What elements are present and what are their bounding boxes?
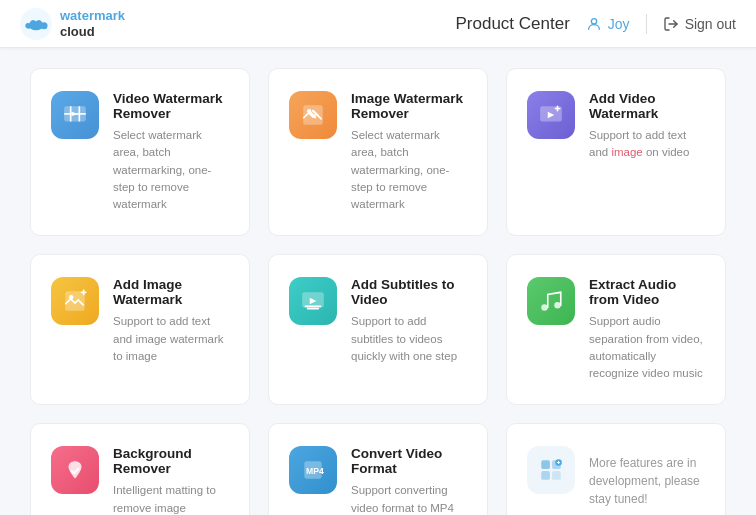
- card-desc: Support converting video format to MP4 f…: [351, 482, 467, 515]
- card-image-watermark-remover[interactable]: Image Watermark Remover Select watermark…: [268, 68, 488, 236]
- sign-out-label: Sign out: [685, 16, 736, 32]
- card-icon-add-image-watermark: [51, 277, 99, 325]
- header-divider: [646, 14, 647, 34]
- card-content-image-watermark-remover: Image Watermark Remover Select watermark…: [351, 91, 467, 213]
- card-content-video-watermark-remover: Video Watermark Remover Select watermark…: [113, 91, 229, 213]
- card-video-watermark-remover[interactable]: Video Watermark Remover Select watermark…: [30, 68, 250, 236]
- svg-point-4: [591, 18, 596, 23]
- card-icon-convert-video: MP4: [289, 446, 337, 494]
- card-desc: Support to add text and image on video: [589, 127, 705, 162]
- card-desc: More features are in development, please…: [589, 454, 705, 508]
- card-icon-add-video-watermark: [527, 91, 575, 139]
- card-title: Add Image Watermark: [113, 277, 229, 307]
- card-background-remover[interactable]: Background Remover Intelligent matting t…: [30, 423, 250, 515]
- card-title: Add Video Watermark: [589, 91, 705, 121]
- card-title: Convert Video Format: [351, 446, 467, 476]
- logo-text: watermark cloud: [60, 8, 125, 39]
- logo: watermark cloud: [20, 8, 125, 40]
- card-desc: Support to add text and image watermark …: [113, 313, 229, 365]
- card-title: Extract Audio from Video: [589, 277, 705, 307]
- card-icon-add-subtitles: [289, 277, 337, 325]
- card-content-background-remover: Background Remover Intelligent matting t…: [113, 446, 229, 515]
- card-desc: Support audio separation from video, aut…: [589, 313, 705, 382]
- card-more-features: More features are in development, please…: [506, 423, 726, 515]
- card-icon-background-remover: [51, 446, 99, 494]
- card-content-add-image-watermark: Add Image Watermark Support to add text …: [113, 277, 229, 365]
- card-icon-image-watermark-remover: [289, 91, 337, 139]
- user-name: Joy: [608, 16, 630, 32]
- card-convert-video[interactable]: MP4 Convert Video Format Support convert…: [268, 423, 488, 515]
- svg-text:MP4: MP4: [306, 467, 324, 477]
- card-title: Video Watermark Remover: [113, 91, 229, 121]
- sign-out-icon: [663, 16, 679, 32]
- card-content-convert-video: Convert Video Format Support converting …: [351, 446, 467, 515]
- sign-out-button[interactable]: Sign out: [663, 16, 736, 32]
- card-desc: Select watermark area, batch watermarkin…: [113, 127, 229, 213]
- card-content-add-video-watermark: Add Video Watermark Support to add text …: [589, 91, 705, 162]
- card-content-more-features: More features are in development, please…: [589, 446, 705, 508]
- user-icon: [586, 16, 602, 32]
- card-add-video-watermark[interactable]: Add Video Watermark Support to add text …: [506, 68, 726, 236]
- card-title: Image Watermark Remover: [351, 91, 467, 121]
- svg-rect-17: [541, 461, 550, 470]
- logo-icon: [20, 8, 52, 40]
- svg-rect-20: [552, 471, 561, 480]
- card-title: Background Remover: [113, 446, 229, 476]
- svg-point-14: [554, 302, 561, 309]
- card-icon-video-watermark-remover: [51, 91, 99, 139]
- card-desc: Support to add subtitles to videos quick…: [351, 313, 467, 365]
- svg-point-13: [541, 305, 548, 312]
- product-grid: Video Watermark Remover Select watermark…: [30, 68, 726, 515]
- card-icon-more-features: [527, 446, 575, 494]
- user-menu[interactable]: Joy: [586, 16, 630, 32]
- card-add-image-watermark[interactable]: Add Image Watermark Support to add text …: [30, 254, 250, 405]
- card-add-subtitles[interactable]: Add Subtitles to Video Support to add su…: [268, 254, 488, 405]
- card-content-extract-audio: Extract Audio from Video Support audio s…: [589, 277, 705, 382]
- card-extract-audio[interactable]: Extract Audio from Video Support audio s…: [506, 254, 726, 405]
- card-icon-extract-audio: [527, 277, 575, 325]
- card-desc: Intelligent matting to remove image back…: [113, 482, 229, 515]
- card-title: Add Subtitles to Video: [351, 277, 467, 307]
- card-desc: Select watermark area, batch watermarkin…: [351, 127, 467, 213]
- card-content-add-subtitles: Add Subtitles to Video Support to add su…: [351, 277, 467, 365]
- svg-point-3: [29, 21, 43, 30]
- product-center-title: Product Center: [455, 14, 569, 34]
- svg-rect-19: [541, 471, 550, 480]
